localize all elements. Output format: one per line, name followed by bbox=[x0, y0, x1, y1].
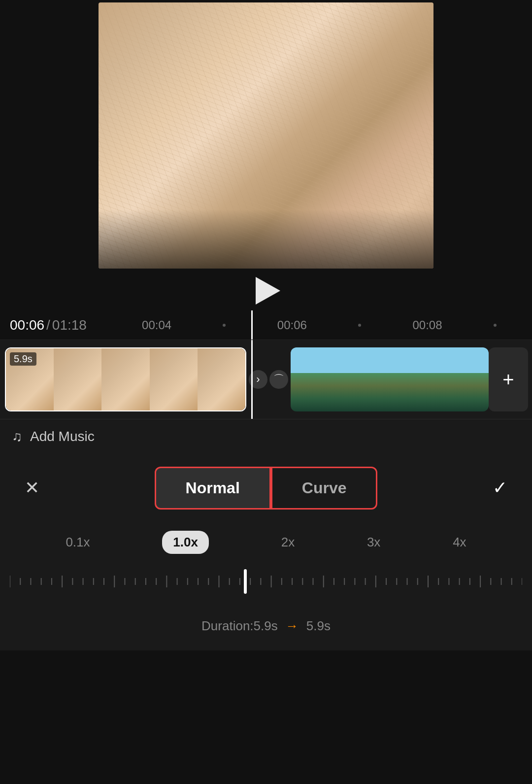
slider-ticks-svg bbox=[10, 572, 522, 591]
add-music-bar[interactable]: ♫ Add Music bbox=[0, 419, 532, 453]
add-music-label: Add Music bbox=[30, 429, 95, 444]
transition-btn-2[interactable]: ⌒ bbox=[269, 370, 288, 389]
cat-thumbnail-3 bbox=[101, 348, 149, 410]
duration-label: Duration:5.9s bbox=[201, 618, 278, 634]
play-button[interactable] bbox=[256, 277, 280, 305]
play-button-area bbox=[0, 271, 532, 310]
speed-mode-bar: ✕ Normal Curve ✓ bbox=[0, 453, 532, 522]
curve-mode-button[interactable]: Curve bbox=[271, 467, 378, 510]
tick-label-1: 00:04 bbox=[142, 318, 171, 332]
tick-dot-1 bbox=[223, 324, 226, 327]
mode-buttons: Normal Curve bbox=[155, 467, 378, 510]
checkmark-icon: ✓ bbox=[493, 477, 507, 498]
clip-strip-container[interactable]: 5.9s › ⌒ + bbox=[0, 340, 532, 419]
cat-thumbnail-4 bbox=[150, 348, 198, 410]
transition-zone: › ⌒ bbox=[246, 347, 291, 411]
video-thumbnail bbox=[99, 2, 433, 269]
timeline-ticks: 00:04 00:06 00:08 bbox=[87, 318, 522, 332]
speed-current-val[interactable]: 1.0x bbox=[162, 531, 209, 554]
duration-arrow: → bbox=[286, 618, 299, 634]
duration-after: 5.9s bbox=[306, 618, 331, 634]
timeline-area: 00:06 / 01:18 00:04 00:06 00:08 bbox=[0, 310, 532, 340]
cat-thumbnail-5 bbox=[198, 348, 245, 410]
speed-val-4x: 4x bbox=[453, 535, 466, 550]
music-icon: ♫ bbox=[12, 429, 22, 444]
clip-duration-label: 5.9s bbox=[10, 352, 36, 366]
time-separator: / bbox=[46, 317, 50, 333]
slider-handle[interactable] bbox=[244, 569, 247, 594]
speed-slider-area[interactable] bbox=[0, 562, 532, 601]
speed-values-row: 0.1x 1.0x 2x 3x 4x bbox=[0, 522, 532, 562]
tick-dot-3 bbox=[494, 324, 497, 327]
playhead-clip bbox=[251, 340, 253, 419]
clip-2[interactable] bbox=[291, 347, 489, 411]
playhead bbox=[251, 310, 253, 340]
current-time: 00:06 bbox=[10, 317, 44, 333]
tick-label-3: 00:08 bbox=[412, 318, 442, 332]
beach-thumbnail-2 bbox=[357, 347, 423, 411]
speed-val-01x: 0.1x bbox=[66, 535, 90, 550]
add-clip-button[interactable]: + bbox=[489, 347, 528, 411]
tick-label-2: 00:06 bbox=[277, 318, 307, 332]
ticks-container bbox=[10, 572, 522, 591]
speed-val-2x: 2x bbox=[281, 535, 295, 550]
video-preview bbox=[0, 0, 532, 271]
slider-track[interactable] bbox=[10, 580, 522, 582]
cat-thumbnail-2 bbox=[54, 348, 101, 410]
tick-dot-2 bbox=[358, 324, 361, 327]
duration-bar: Duration:5.9s → 5.9s bbox=[0, 601, 532, 650]
confirm-button[interactable]: ✓ bbox=[488, 473, 512, 503]
clip-1[interactable]: 5.9s bbox=[5, 347, 246, 411]
speed-val-3x: 3x bbox=[367, 535, 380, 550]
total-time: 01:18 bbox=[52, 317, 87, 333]
cancel-button[interactable]: ✕ bbox=[20, 473, 44, 503]
normal-mode-button[interactable]: Normal bbox=[155, 467, 271, 510]
beach-thumbnail-1 bbox=[291, 347, 357, 411]
beach-thumbnail-3 bbox=[423, 347, 489, 411]
